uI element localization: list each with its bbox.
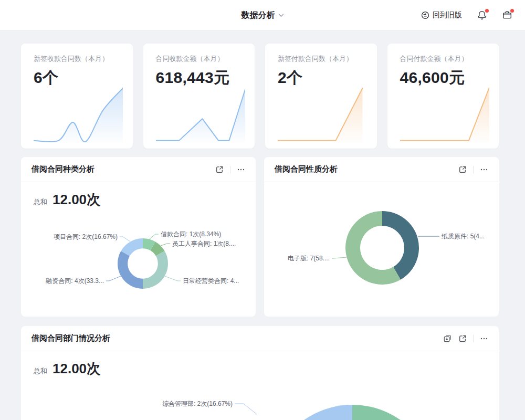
- stat-card-new-receive-count: 新签收款合同数（本月） 6个: [21, 44, 133, 149]
- expand-icon[interactable]: [458, 165, 467, 174]
- department-panel-row: 借阅合同部门情况分析: [21, 326, 499, 420]
- divider: [473, 166, 474, 173]
- more-icon[interactable]: [480, 165, 488, 174]
- pie-leader-line: [235, 404, 257, 414]
- pie-leader-line: [149, 234, 159, 239]
- pie-leader-line: [106, 276, 121, 281]
- pie-label: 纸质原件: 5(4...: [442, 233, 485, 240]
- dashboard-main: 新签收款合同数（本月） 6个 合同收款金额（本月） 618,443元 新签付款合…: [0, 31, 525, 420]
- sparkline-chart: [278, 83, 367, 142]
- stat-label: 新签收款合同数（本月）: [21, 44, 133, 64]
- workbench-button[interactable]: [502, 10, 512, 20]
- page-title: 数据分析: [242, 10, 275, 21]
- expand-icon[interactable]: [215, 165, 224, 174]
- pie-leader-line: [161, 244, 170, 246]
- panel-contract-kind: 借阅合同种类分析 总和 12.00次: [21, 157, 256, 317]
- department-pie-chart: 综合管理部: 2次(16.67%): [21, 351, 498, 420]
- top-header: 数据分析 回到旧版: [0, 0, 525, 31]
- panel-actions: [215, 165, 245, 174]
- stat-card-new-pay-count: 新签付款合同数（本月） 2个: [265, 44, 377, 149]
- donut-panels-row: 借阅合同种类分析 总和 12.00次: [21, 157, 499, 317]
- back-to-old-version-link[interactable]: 回到旧版: [421, 10, 462, 20]
- sparkline-chart: [34, 83, 123, 142]
- stat-label: 合同付款金额（本月）: [387, 44, 499, 64]
- sparkline-chart: [156, 83, 245, 142]
- revert-icon: [421, 11, 429, 19]
- stat-card-pay-amount: 合同付款金额（本月） 46,600元: [387, 44, 499, 149]
- pie-label: 借款合同: 1次(8.34%): [161, 230, 221, 238]
- pie-label: 项目合同: 2次(16.67%): [54, 233, 118, 240]
- stat-cards-row: 新签收款合同数（本月） 6个 合同收款金额（本月） 618,443元 新签付款合…: [21, 44, 499, 149]
- more-icon[interactable]: [480, 334, 488, 343]
- chevron-down-icon: [279, 14, 284, 17]
- stat-card-receive-amount: 合同收款金额（本月） 618,443元: [143, 44, 255, 149]
- total-row: 总和 12.00次: [21, 182, 256, 209]
- sparkline-chart: [400, 83, 489, 142]
- pie-leader-line: [165, 276, 181, 281]
- divider: [473, 335, 474, 342]
- pie-label: 综合管理部: 2次(16.67%): [162, 400, 233, 407]
- pie-label: 电子版: 7(58....: [288, 255, 330, 262]
- notifications-button[interactable]: [477, 10, 487, 20]
- panel-title: 借阅合同部门情况分析: [32, 333, 110, 343]
- panel-actions: [443, 334, 488, 343]
- total-value: 12.00次: [52, 191, 100, 209]
- pie-leader-line: [120, 237, 130, 242]
- panel-header: 借阅合同性质分析: [264, 157, 499, 182]
- pie-leader-line: [332, 257, 346, 258]
- pie-label: 员工人事合同: 1次(8....: [172, 240, 236, 247]
- contract-nature-donut-chart: 纸质原件: 5(4... 电子版: 7(58....: [264, 182, 499, 317]
- stat-label: 新签付款合同数（本月）: [265, 44, 377, 64]
- pie-label: 日常经营类合同: 4...: [183, 277, 239, 285]
- panel-contract-nature: 借阅合同性质分析 纸质原件: 5(4... 电子版: 7(58....: [264, 157, 499, 317]
- pie-label: 融资合同: 4次(33.3...: [46, 277, 104, 285]
- panel-actions: [458, 165, 488, 174]
- panel-header: 借阅合同种类分析: [21, 157, 256, 182]
- more-icon[interactable]: [237, 165, 245, 174]
- notification-badge-dot: [485, 9, 489, 13]
- back-to-old-version-label: 回到旧版: [433, 10, 462, 20]
- stat-label: 合同收款金额（本月）: [143, 44, 255, 64]
- contract-kind-donut-chart: 借款合同: 1次(8.34%) 员工人事合同: 1次(8.... 日常经营类合同…: [21, 214, 256, 317]
- header-actions: 回到旧版: [421, 0, 512, 30]
- panel-title: 借阅合同性质分析: [275, 164, 338, 174]
- workbench-badge-dot: [510, 9, 514, 13]
- download-icon[interactable]: [443, 334, 452, 343]
- panel-department: 借阅合同部门情况分析: [21, 326, 499, 420]
- divider: [230, 166, 230, 173]
- expand-icon[interactable]: [458, 334, 467, 343]
- panel-title: 借阅合同种类分析: [32, 164, 94, 174]
- page-title-dropdown[interactable]: 数据分析: [242, 0, 284, 30]
- panel-header: 借阅合同部门情况分析: [21, 326, 499, 351]
- total-label: 总和: [34, 197, 47, 207]
